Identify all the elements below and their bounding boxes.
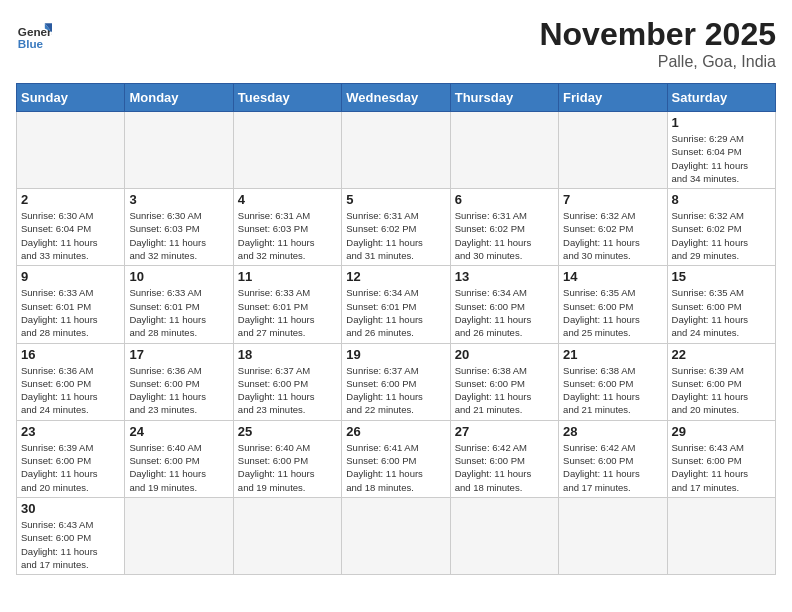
day-info: Sunrise: 6:38 AM Sunset: 6:00 PM Dayligh… (455, 364, 554, 417)
location-title: Palle, Goa, India (539, 53, 776, 71)
day-info: Sunrise: 6:41 AM Sunset: 6:00 PM Dayligh… (346, 441, 445, 494)
day-info: Sunrise: 6:32 AM Sunset: 6:02 PM Dayligh… (563, 209, 662, 262)
calendar-cell: 14Sunrise: 6:35 AM Sunset: 6:00 PM Dayli… (559, 266, 667, 343)
day-number: 16 (21, 347, 120, 362)
day-info: Sunrise: 6:36 AM Sunset: 6:00 PM Dayligh… (129, 364, 228, 417)
calendar-cell: 24Sunrise: 6:40 AM Sunset: 6:00 PM Dayli… (125, 420, 233, 497)
day-number: 11 (238, 269, 337, 284)
day-info: Sunrise: 6:39 AM Sunset: 6:00 PM Dayligh… (21, 441, 120, 494)
calendar-cell: 26Sunrise: 6:41 AM Sunset: 6:00 PM Dayli… (342, 420, 450, 497)
calendar-cell (342, 497, 450, 574)
day-info: Sunrise: 6:31 AM Sunset: 6:02 PM Dayligh… (346, 209, 445, 262)
title-area: November 2025 Palle, Goa, India (539, 16, 776, 71)
day-number: 4 (238, 192, 337, 207)
calendar-cell: 16Sunrise: 6:36 AM Sunset: 6:00 PM Dayli… (17, 343, 125, 420)
calendar-cell: 12Sunrise: 6:34 AM Sunset: 6:01 PM Dayli… (342, 266, 450, 343)
calendar-cell (125, 497, 233, 574)
day-number: 20 (455, 347, 554, 362)
day-info: Sunrise: 6:35 AM Sunset: 6:00 PM Dayligh… (672, 286, 771, 339)
day-number: 18 (238, 347, 337, 362)
day-info: Sunrise: 6:33 AM Sunset: 6:01 PM Dayligh… (129, 286, 228, 339)
calendar-cell: 23Sunrise: 6:39 AM Sunset: 6:00 PM Dayli… (17, 420, 125, 497)
day-number: 19 (346, 347, 445, 362)
day-number: 10 (129, 269, 228, 284)
header: General Blue November 2025 Palle, Goa, I… (16, 16, 776, 71)
day-number: 21 (563, 347, 662, 362)
day-number: 3 (129, 192, 228, 207)
weekday-header-friday: Friday (559, 84, 667, 112)
calendar-cell: 15Sunrise: 6:35 AM Sunset: 6:00 PM Dayli… (667, 266, 775, 343)
day-number: 24 (129, 424, 228, 439)
day-number: 17 (129, 347, 228, 362)
day-number: 29 (672, 424, 771, 439)
weekday-header-sunday: Sunday (17, 84, 125, 112)
calendar-cell (559, 497, 667, 574)
week-row-1: 2Sunrise: 6:30 AM Sunset: 6:04 PM Daylig… (17, 189, 776, 266)
day-number: 27 (455, 424, 554, 439)
calendar-cell (125, 112, 233, 189)
week-row-2: 9Sunrise: 6:33 AM Sunset: 6:01 PM Daylig… (17, 266, 776, 343)
weekday-header-monday: Monday (125, 84, 233, 112)
day-info: Sunrise: 6:37 AM Sunset: 6:00 PM Dayligh… (238, 364, 337, 417)
calendar-cell: 29Sunrise: 6:43 AM Sunset: 6:00 PM Dayli… (667, 420, 775, 497)
calendar-cell (450, 112, 558, 189)
calendar-cell: 10Sunrise: 6:33 AM Sunset: 6:01 PM Dayli… (125, 266, 233, 343)
calendar-cell: 3Sunrise: 6:30 AM Sunset: 6:03 PM Daylig… (125, 189, 233, 266)
day-number: 25 (238, 424, 337, 439)
calendar-cell (559, 112, 667, 189)
calendar-cell: 11Sunrise: 6:33 AM Sunset: 6:01 PM Dayli… (233, 266, 341, 343)
day-number: 7 (563, 192, 662, 207)
day-number: 2 (21, 192, 120, 207)
calendar-cell: 1Sunrise: 6:29 AM Sunset: 6:04 PM Daylig… (667, 112, 775, 189)
calendar-cell: 13Sunrise: 6:34 AM Sunset: 6:00 PM Dayli… (450, 266, 558, 343)
day-number: 23 (21, 424, 120, 439)
calendar-cell (17, 112, 125, 189)
day-info: Sunrise: 6:37 AM Sunset: 6:00 PM Dayligh… (346, 364, 445, 417)
day-number: 12 (346, 269, 445, 284)
day-info: Sunrise: 6:33 AM Sunset: 6:01 PM Dayligh… (238, 286, 337, 339)
day-info: Sunrise: 6:39 AM Sunset: 6:00 PM Dayligh… (672, 364, 771, 417)
day-info: Sunrise: 6:34 AM Sunset: 6:01 PM Dayligh… (346, 286, 445, 339)
day-info: Sunrise: 6:31 AM Sunset: 6:03 PM Dayligh… (238, 209, 337, 262)
calendar-cell: 21Sunrise: 6:38 AM Sunset: 6:00 PM Dayli… (559, 343, 667, 420)
day-info: Sunrise: 6:33 AM Sunset: 6:01 PM Dayligh… (21, 286, 120, 339)
day-info: Sunrise: 6:30 AM Sunset: 6:04 PM Dayligh… (21, 209, 120, 262)
day-info: Sunrise: 6:43 AM Sunset: 6:00 PM Dayligh… (672, 441, 771, 494)
calendar: SundayMondayTuesdayWednesdayThursdayFrid… (16, 83, 776, 575)
day-info: Sunrise: 6:30 AM Sunset: 6:03 PM Dayligh… (129, 209, 228, 262)
day-info: Sunrise: 6:31 AM Sunset: 6:02 PM Dayligh… (455, 209, 554, 262)
day-info: Sunrise: 6:42 AM Sunset: 6:00 PM Dayligh… (455, 441, 554, 494)
month-title: November 2025 (539, 16, 776, 53)
calendar-cell (667, 497, 775, 574)
day-number: 22 (672, 347, 771, 362)
day-number: 26 (346, 424, 445, 439)
day-number: 5 (346, 192, 445, 207)
calendar-cell: 25Sunrise: 6:40 AM Sunset: 6:00 PM Dayli… (233, 420, 341, 497)
weekday-header-tuesday: Tuesday (233, 84, 341, 112)
calendar-cell: 17Sunrise: 6:36 AM Sunset: 6:00 PM Dayli… (125, 343, 233, 420)
calendar-cell: 27Sunrise: 6:42 AM Sunset: 6:00 PM Dayli… (450, 420, 558, 497)
calendar-cell: 8Sunrise: 6:32 AM Sunset: 6:02 PM Daylig… (667, 189, 775, 266)
calendar-cell: 5Sunrise: 6:31 AM Sunset: 6:02 PM Daylig… (342, 189, 450, 266)
calendar-cell: 30Sunrise: 6:43 AM Sunset: 6:00 PM Dayli… (17, 497, 125, 574)
calendar-cell: 2Sunrise: 6:30 AM Sunset: 6:04 PM Daylig… (17, 189, 125, 266)
day-number: 14 (563, 269, 662, 284)
calendar-cell: 19Sunrise: 6:37 AM Sunset: 6:00 PM Dayli… (342, 343, 450, 420)
calendar-cell: 9Sunrise: 6:33 AM Sunset: 6:01 PM Daylig… (17, 266, 125, 343)
day-info: Sunrise: 6:43 AM Sunset: 6:00 PM Dayligh… (21, 518, 120, 571)
week-row-0: 1Sunrise: 6:29 AM Sunset: 6:04 PM Daylig… (17, 112, 776, 189)
day-number: 1 (672, 115, 771, 130)
week-row-5: 30Sunrise: 6:43 AM Sunset: 6:00 PM Dayli… (17, 497, 776, 574)
weekday-header-wednesday: Wednesday (342, 84, 450, 112)
day-number: 30 (21, 501, 120, 516)
calendar-cell: 20Sunrise: 6:38 AM Sunset: 6:00 PM Dayli… (450, 343, 558, 420)
day-info: Sunrise: 6:42 AM Sunset: 6:00 PM Dayligh… (563, 441, 662, 494)
day-number: 9 (21, 269, 120, 284)
day-number: 13 (455, 269, 554, 284)
calendar-cell (233, 497, 341, 574)
logo-icon: General Blue (16, 16, 52, 52)
calendar-cell: 7Sunrise: 6:32 AM Sunset: 6:02 PM Daylig… (559, 189, 667, 266)
calendar-cell: 4Sunrise: 6:31 AM Sunset: 6:03 PM Daylig… (233, 189, 341, 266)
calendar-cell: 22Sunrise: 6:39 AM Sunset: 6:00 PM Dayli… (667, 343, 775, 420)
day-number: 28 (563, 424, 662, 439)
